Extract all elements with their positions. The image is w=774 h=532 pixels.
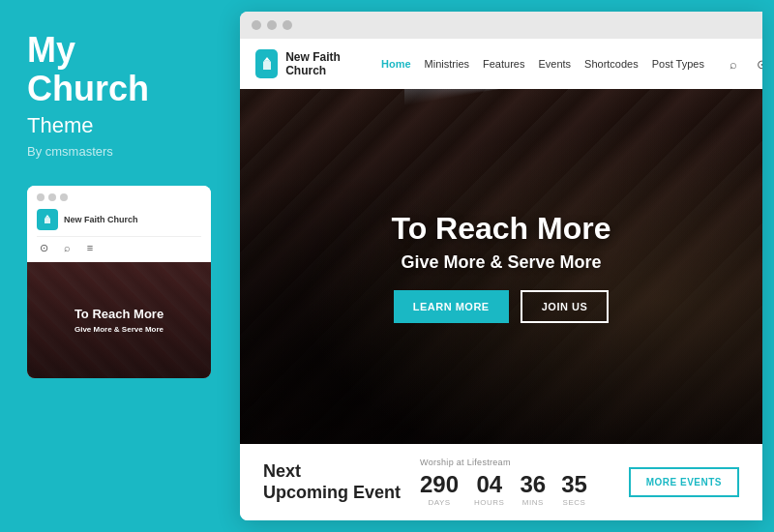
browser-chrome	[240, 12, 762, 39]
mini-preview-card: New Faith Church ⊙ ⌕ ≡ To Reach More Giv…	[27, 186, 211, 378]
search-icon[interactable]: ⌕	[724, 54, 743, 74]
days-number: 290	[420, 473, 459, 496]
footer-strip: Next Upcoming Event Worship at Lifestrea…	[240, 444, 762, 520]
mini-header: New Faith Church ⊙ ⌕ ≡	[27, 186, 211, 262]
mins-label: MINS	[522, 498, 544, 507]
browser-dot-1	[252, 20, 261, 30]
mini-search-icon: ⌕	[60, 241, 74, 254]
cart-icon[interactable]: ⊙	[753, 54, 762, 74]
site-header: New Faith Church Home Ministries Feature…	[240, 39, 762, 89]
mini-dot-2	[48, 193, 56, 201]
nav-item-shortcodes[interactable]: Shortcodes	[584, 58, 639, 70]
browser-dot-2	[267, 20, 277, 30]
site-logo: New Faith Church	[255, 49, 362, 78]
left-panel: MyChurch Theme By cmsmasters New Faith C…	[0, 0, 240, 532]
nav-item-events[interactable]: Events	[538, 58, 571, 70]
countdown-days: 290 DAYS	[420, 473, 459, 507]
event-label-upcoming: Upcoming Event	[263, 483, 401, 502]
event-label-text: Next Upcoming Event	[263, 461, 401, 503]
site-logo-text: New Faith Church	[285, 50, 362, 78]
hero-buttons: LEARN MORE JOIN US	[392, 290, 611, 323]
more-events-button[interactable]: MORE EVENTS	[629, 467, 739, 497]
countdown-section: Worship at Lifestream 290 DAYS 04 HOURS …	[401, 458, 629, 507]
hours-number: 04	[476, 473, 502, 496]
mini-hero-section: To Reach More Give More & Serve More	[27, 262, 211, 378]
mini-logo-icon	[37, 209, 58, 230]
nav-item-ministries[interactable]: Ministries	[425, 58, 469, 70]
mins-number: 36	[520, 473, 546, 496]
countdown-label: Worship at Lifestream	[420, 458, 629, 467]
theme-title: MyChurch	[27, 31, 213, 107]
browser-dot-3	[283, 20, 292, 30]
secs-label: SECS	[563, 498, 586, 507]
mini-hero-subtitle: Give More & Serve More	[74, 325, 164, 334]
upcoming-event-label: Next Upcoming Event	[263, 461, 401, 503]
mini-dot-3	[60, 193, 68, 201]
countdown-secs: 35 SECS	[561, 473, 587, 507]
hero-subtitle: Give More & Serve More	[392, 252, 611, 273]
mini-hero-title: To Reach More	[74, 307, 164, 322]
learn-more-button[interactable]: LEARN MORE	[394, 290, 509, 323]
mini-cart-icon: ⊙	[37, 241, 50, 254]
event-label-next: Next	[263, 461, 301, 481]
join-us-button[interactable]: JOIN US	[521, 290, 610, 323]
mini-nav-icons: ⊙ ⌕ ≡	[37, 236, 201, 256]
nav-item-home[interactable]: Home	[381, 58, 411, 70]
nav-icons: ⌕ ⊙	[724, 54, 762, 74]
theme-by: By cmsmasters	[27, 144, 213, 159]
site-logo-icon	[255, 49, 278, 78]
nav-item-features[interactable]: Features	[483, 58, 524, 70]
site-nav: Home Ministries Features Events Shortcod…	[381, 58, 704, 70]
mini-menu-icon: ≡	[83, 241, 97, 254]
countdown-mins: 36 MINS	[520, 473, 546, 507]
secs-number: 35	[561, 473, 587, 496]
hero-content: To Reach More Give More & Serve More LEA…	[392, 211, 611, 323]
mini-logo-text: New Faith Church	[64, 215, 138, 225]
nav-item-post-types[interactable]: Post Types	[652, 58, 704, 70]
hero-title: To Reach More	[392, 211, 611, 247]
theme-subtitle: Theme	[27, 113, 213, 138]
mini-dot-1	[37, 193, 45, 201]
mini-logo-row: New Faith Church	[37, 209, 201, 230]
countdown-hours: 04 HOURS	[474, 473, 504, 507]
mini-browser-dots	[37, 193, 201, 201]
days-label: DAYS	[428, 498, 450, 507]
hero-section: To Reach More Give More & Serve More LEA…	[240, 89, 762, 444]
hours-label: HOURS	[474, 498, 504, 507]
right-panel: New Faith Church Home Ministries Feature…	[240, 12, 762, 520]
countdown-numbers: 290 DAYS 04 HOURS 36 MINS 35 SECS	[420, 473, 629, 507]
